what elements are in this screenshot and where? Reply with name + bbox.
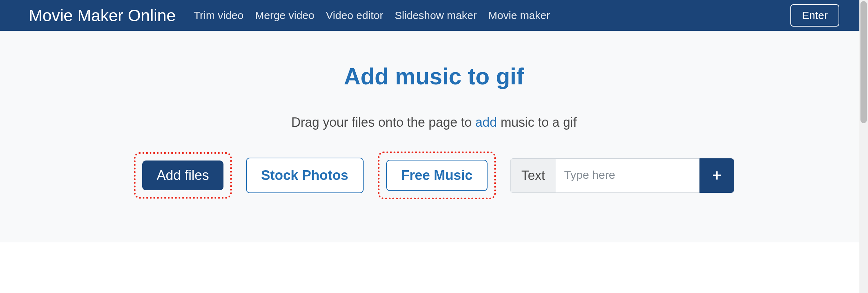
text-input-group: Text + [510,158,734,193]
enter-button[interactable]: Enter [790,4,839,27]
add-text-button[interactable]: + [700,158,734,193]
stock-photos-button[interactable]: Stock Photos [246,158,364,193]
nav-movie-maker[interactable]: Movie maker [488,9,550,22]
plus-icon: + [712,167,721,185]
nav-video-editor[interactable]: Video editor [326,9,383,22]
text-input[interactable] [556,158,700,193]
free-music-button[interactable]: Free Music [386,160,488,191]
logo[interactable]: Movie Maker Online [29,6,176,25]
nav-merge-video[interactable]: Merge video [255,9,314,22]
page-title: Add music to gif [0,63,868,90]
nav-slideshow-maker[interactable]: Slideshow maker [395,9,477,22]
add-files-highlight: Add files [134,152,232,199]
header: Movie Maker Online Trim video Merge vide… [0,0,868,31]
text-label: Text [510,158,556,193]
free-music-highlight: Free Music [378,152,496,199]
subtitle-before: Drag your files onto the page to [291,115,475,130]
nav-trim-video[interactable]: Trim video [194,9,244,22]
subtitle-after: music to a gif [497,115,577,130]
subtitle-add-link[interactable]: add [475,115,497,130]
scrollbar-track[interactable] [859,0,868,242]
scrollbar-thumb[interactable] [860,1,867,123]
controls-row: Add files Stock Photos Free Music Text + [0,152,868,199]
subtitle: Drag your files onto the page to add mus… [0,115,868,130]
add-files-button[interactable]: Add files [142,161,223,190]
hero-section: Add music to gif Drag your files onto th… [0,31,868,242]
nav: Trim video Merge video Video editor Slid… [194,9,790,22]
